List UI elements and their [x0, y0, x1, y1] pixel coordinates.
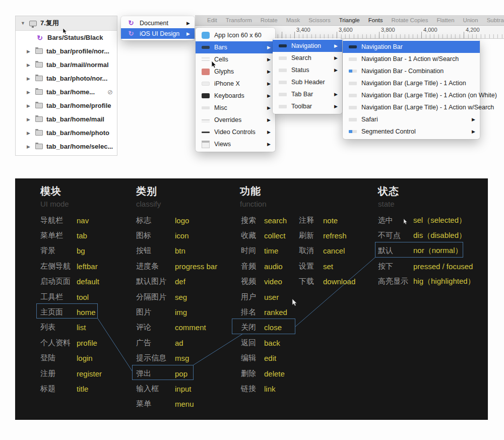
term-en: refresh	[323, 231, 347, 240]
naming-convention-chart: 模块UI mode导航栏nav菜单栏tab背景bg左侧导航leftbar启动页面…	[15, 178, 488, 420]
term-cn: 启动页面	[40, 277, 77, 286]
toolbar-fonts[interactable]: Fonts	[368, 17, 383, 23]
layer-row-tab-bar-mail-normal[interactable]: ▶tab_bar/mail/normal	[16, 58, 117, 72]
menu-item-label: Glyphs	[214, 68, 263, 75]
toolbar-triangle[interactable]: Triangle	[339, 17, 360, 23]
term-row-download: 下载download	[299, 276, 355, 287]
layer-row-tab-bar-home-mail[interactable]: ▶tab_bar/home/mail	[16, 112, 117, 126]
toolbar-mask[interactable]: Mask	[286, 17, 300, 23]
folder-icon	[35, 48, 43, 54]
toolbar-subtract[interactable]: Subtract	[487, 17, 504, 23]
term-row-link: 链接link	[241, 383, 276, 394]
term-row-search: 搜索search	[241, 215, 287, 226]
menu-item-label: iOS UI Design	[140, 30, 182, 37]
column-title-功能: 功能	[240, 184, 261, 198]
menu-item-toolbar[interactable]: Toolbar▶	[273, 100, 342, 112]
layer-label: tab_bar/home/photo	[46, 129, 117, 137]
term-en: video	[264, 277, 282, 286]
menu-item-views[interactable]: Views▶	[196, 138, 275, 150]
layer-row-tab-bar-home-selec[interactable]: ▶tab_bar/home/selec...	[16, 140, 117, 153]
menu-item-segmented-control[interactable]: Segmented Control▶	[343, 125, 480, 138]
menu-item-cells[interactable]: Cells▶	[196, 53, 275, 66]
term-en: tool	[77, 293, 89, 301]
menu-item-navigation-bar-large-title-1-action[interactable]: Navigation Bar (Large Title) - 1 Action	[343, 77, 480, 89]
mouse-cursor	[211, 60, 217, 69]
menu-item-search[interactable]: Search▶	[273, 52, 342, 64]
disclosure-right-icon[interactable]: ▶	[27, 144, 32, 149]
disclosure-down-icon[interactable]: ▼	[21, 21, 26, 26]
menu-item-label: Navigation Bar - Combination	[361, 68, 475, 75]
disclosure-right-icon[interactable]: ▶	[27, 76, 32, 81]
term-en: pressed / focused	[413, 262, 473, 271]
term-en: cancel	[323, 246, 345, 255]
submenu-arrow-icon: ▶	[267, 93, 271, 98]
column-subtitle-classify: classify	[136, 200, 161, 208]
disclosure-right-icon[interactable]: ▶	[27, 103, 32, 108]
menu-item-safari[interactable]: Safari▶	[343, 113, 480, 125]
term-cn: 列表	[40, 323, 77, 332]
menu-item-iphone-x[interactable]: iPhone X▶	[196, 78, 275, 90]
folder-icon	[35, 103, 43, 108]
menu-item-sub-header[interactable]: Sub Header	[273, 76, 342, 88]
term-en: sel（selected）	[413, 216, 466, 225]
layer-row-tab-bar-photo-nor[interactable]: ▶tab_bar/photo/nor...	[16, 72, 117, 85]
toolbar-transform[interactable]: Transform	[226, 17, 252, 23]
menu-item-navigation-bar-1-action-w-search[interactable]: Navigation Bar - 1 Action w/Search	[343, 53, 480, 65]
menu-item-ios-ui-design[interactable]: ↻iOS UI Design▶	[121, 28, 195, 39]
term-en: close	[264, 323, 282, 332]
term-en: download	[323, 277, 355, 286]
menu-item-bars[interactable]: Bars▶	[196, 41, 275, 53]
menu-item-tab-bar[interactable]: Tab Bar▶	[273, 88, 342, 100]
folder-icon	[35, 130, 43, 136]
submenu-arrow-icon: ▶	[334, 68, 338, 73]
layer-row-tab-bar-home-photo[interactable]: ▶tab_bar/home/photo	[16, 126, 117, 140]
term-cn: 刷新	[299, 231, 323, 240]
hidden-eye-icon[interactable]: ⊘	[107, 88, 113, 96]
toolbar-union[interactable]: Union	[463, 17, 478, 23]
menu-item-navigation-bar-combination[interactable]: Navigation Bar - Combination	[343, 65, 480, 77]
menu-item-video-controls[interactable]: Video Controls▶	[196, 126, 275, 138]
menu-item-overrides[interactable]: Overrides▶	[196, 114, 275, 126]
disclosure-right-icon[interactable]: ▶	[27, 49, 32, 54]
artboard-label: 7.复用	[40, 19, 59, 28]
term-cn: 图标	[136, 231, 175, 240]
menu-item-keyboards[interactable]: Keyboards▶	[196, 90, 275, 102]
menu-item-status[interactable]: Status▶	[273, 64, 342, 76]
disclosure-right-icon[interactable]: ▶	[27, 131, 32, 136]
submenu-arrow-icon: ▶	[267, 45, 271, 50]
layer-row-tab-bar-home-profile[interactable]: ▶tab_bar/home/profile	[16, 99, 117, 112]
thumb-light-icon	[349, 106, 357, 109]
submenu-arrow-icon: ▶	[267, 130, 271, 135]
term-cn: 下载	[299, 277, 323, 286]
disclosure-right-icon[interactable]: ▶	[27, 90, 32, 95]
menu-item-navigation[interactable]: Navigation▶	[273, 40, 342, 52]
menu-item-app-icon-60-x-60[interactable]: App Icon 60 x 60	[196, 29, 275, 41]
menu-item-misc[interactable]: Misc▶	[196, 102, 275, 114]
thumb-light-icon	[279, 69, 287, 72]
layer-row-tab-bar-home[interactable]: ▶tab_bar/home...⊘	[16, 85, 117, 99]
submenu-arrow-icon: ▶	[186, 21, 190, 26]
menu-item-navigation-bar-large-title-1-action-on-white[interactable]: Navigation Bar (Large Title) - 1 Action …	[343, 89, 480, 101]
disclosure-right-icon[interactable]: ▶	[27, 117, 32, 122]
toolbar-rotate-copies[interactable]: Rotate Copies	[392, 17, 428, 23]
term-en: def	[175, 277, 185, 286]
toolbar-edit[interactable]: Edit	[207, 17, 217, 23]
term-cn: 背景	[40, 246, 77, 256]
toolbar-flatten[interactable]: Flatten	[436, 17, 454, 23]
term-en: dis（disabled）	[413, 231, 466, 240]
menu-item-document[interactable]: ↻Document▶	[121, 18, 195, 28]
ruler-tick-label: 4,200	[466, 27, 480, 33]
term-cn: 输入框	[136, 384, 175, 394]
term-cn: 图片	[136, 307, 175, 317]
toolbar-rotate[interactable]: Rotate	[261, 17, 278, 23]
menu-item-label: Cells	[214, 56, 263, 63]
menu-item-glyphs[interactable]: Glyphs▶	[196, 66, 275, 78]
menu-item-navigation-bar-large-title-1-action-w-search[interactable]: Navigation Bar (Large Title) - 1 Action …	[343, 101, 480, 113]
layer-row-tab-bar-profile-nor[interactable]: ▶tab_bar/profile/nor...	[16, 44, 117, 58]
term-cn: 返回	[241, 338, 264, 348]
disclosure-right-icon[interactable]: ▶	[27, 62, 32, 68]
toolbar-scissors[interactable]: Scissors	[308, 17, 330, 23]
menu-item-navigation-bar[interactable]: Navigation Bar	[343, 41, 480, 53]
thumb-dark-icon	[279, 44, 287, 47]
ruler-tick-label: 4,000	[423, 27, 437, 33]
